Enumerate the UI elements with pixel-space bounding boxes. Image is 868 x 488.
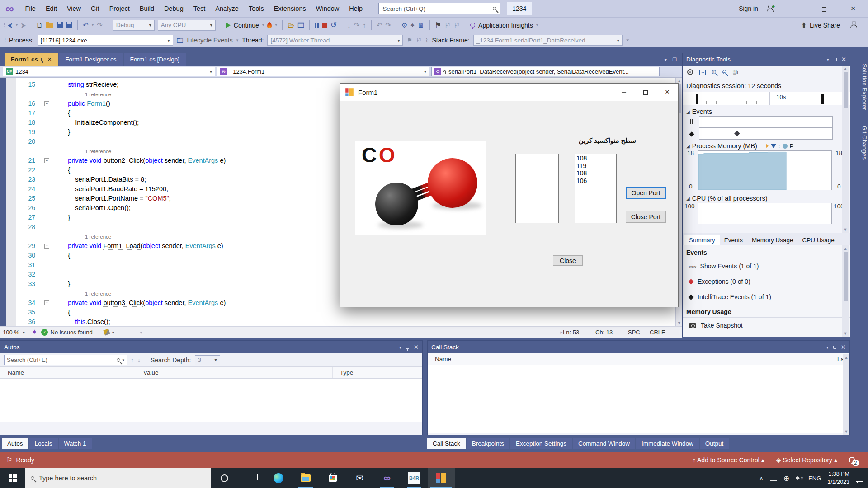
selection-start-marker[interactable] <box>696 94 698 104</box>
toolbar-overflow-icon[interactable]: ⏷ <box>626 38 629 42</box>
summary-item[interactable]: Exceptions (0 of 0) <box>683 274 850 289</box>
close-icon[interactable]: ✕ <box>47 56 52 62</box>
save-icon[interactable] <box>57 22 63 28</box>
column-indicator[interactable]: Ch: 13 <box>595 329 628 336</box>
autos-body[interactable] <box>0 379 422 422</box>
memory-section-header[interactable]: ◢ Process Memory (MB) : P <box>683 140 850 150</box>
debugbar-grip[interactable]: ⁞ <box>5 38 5 43</box>
column-name[interactable]: Name <box>428 353 830 365</box>
issues-status[interactable]: No issues found <box>51 329 93 336</box>
co-readings-listbox[interactable]: 108119108106 <box>575 154 617 223</box>
tab-call-stack[interactable]: Call Stack <box>427 438 466 449</box>
file-explorer-button[interactable] <box>292 468 319 488</box>
tab-form1-cs-design-[interactable]: Form1.cs [Design] <box>124 53 186 66</box>
application-insights-dropdown-icon[interactable]: ▾ <box>536 23 538 27</box>
form-close-button[interactable]: ✕ <box>656 84 678 101</box>
listbox-item[interactable]: 108 <box>576 169 616 177</box>
project-dropdown[interactable]: C# 1234 ▾ <box>3 67 215 76</box>
eol-indicator[interactable]: CRLF <box>650 329 670 336</box>
code-line[interactable]: 35 { <box>0 308 675 317</box>
pin-icon[interactable] <box>833 346 836 349</box>
diagnostic-tools-titlebar[interactable]: Diagnostic Tools ▾ ✕ <box>683 53 850 66</box>
diag-tab-cpu-usage[interactable]: CPU Usage <box>798 235 839 245</box>
b4r-button[interactable]: B4R <box>401 468 428 488</box>
tab-form1-cs[interactable]: Form1.cs✕ <box>5 53 58 66</box>
call-stack-scrollbar[interactable]: ▲ ▼ <box>843 354 849 435</box>
restart-icon[interactable]: ↺ <box>330 21 337 29</box>
code-map-icon[interactable]: 🗎 <box>418 22 425 28</box>
redo-icon[interactable]: ↷ <box>97 22 103 28</box>
type-dropdown[interactable]: % _1234.Form1 ▾ <box>217 67 429 76</box>
menu-window[interactable]: Window <box>311 0 344 17</box>
taskbar-search-input[interactable]: Type here to search <box>25 468 211 488</box>
side-tab-solution-explorer[interactable]: Solution Explorer <box>850 59 868 115</box>
panel-menu-icon[interactable]: ▾ <box>827 57 829 62</box>
member-dropdown[interactable]: ◇ serialPort1_DataReceived(object sender… <box>431 67 660 76</box>
hot-reload-dropdown-icon[interactable]: ▾ <box>275 23 277 27</box>
unflag-threads-icon[interactable]: ⚐ <box>416 37 422 44</box>
step-over-icon[interactable]: ↷ <box>354 22 360 28</box>
listbox-item[interactable]: 119 <box>576 162 616 170</box>
user-avatar-icon[interactable]: + <box>766 5 777 13</box>
summary-item[interactable]: IntelliTrace Events (1 of 1) <box>683 289 850 305</box>
zoom-out-icon[interactable]: − <box>722 70 726 74</box>
take-snapshot-item[interactable]: Take Snapshot <box>683 318 850 333</box>
tab-watch-1[interactable]: Watch 1 <box>59 438 92 449</box>
close-panel-icon[interactable]: ✕ <box>414 343 419 351</box>
menu-debug[interactable]: Debug <box>159 0 189 17</box>
continue-dropdown-icon[interactable]: ▾ <box>262 23 264 27</box>
export-icon[interactable] <box>699 70 706 75</box>
panel-menu-icon[interactable]: ▾ <box>826 345 829 350</box>
form-maximize-button[interactable] <box>635 84 656 101</box>
summary-scrollbar[interactable]: ▲ ▼ <box>842 245 849 337</box>
editor-select-icon[interactable]: ⌖ <box>410 22 414 28</box>
collapse-triangle-icon[interactable]: ◢ <box>686 196 690 201</box>
tab-immediate-window[interactable]: Immediate Window <box>636 438 699 449</box>
select-repository-button[interactable]: ◈ Select Repository ▴ <box>776 456 837 464</box>
tab-locals[interactable]: Locals <box>29 438 58 449</box>
undo-dropdown-icon[interactable]: ▾ <box>92 23 94 27</box>
timeline-ruler[interactable]: 10s <box>683 92 850 105</box>
pin-icon[interactable] <box>834 58 837 61</box>
menu-view[interactable]: View <box>62 0 86 17</box>
touch-keyboard-icon[interactable] <box>770 476 777 481</box>
diag-tab-summary[interactable]: Summary <box>684 235 720 245</box>
search-depth-combo[interactable]: 3▾ <box>195 355 220 365</box>
break-all-icon[interactable] <box>315 23 319 28</box>
bookmark-icon[interactable]: ⚑ <box>435 22 441 29</box>
menu-project[interactable]: Project <box>104 0 135 17</box>
mail-button[interactable]: ✉ <box>346 468 373 488</box>
column-value[interactable]: Value <box>136 367 333 378</box>
line-indicator[interactable]: Ln: 53 <box>563 329 595 336</box>
flag-threads-icon[interactable]: ⚑ <box>406 37 412 44</box>
add-to-source-control-button[interactable]: ↑ Add to Source Control ▴ <box>693 456 764 464</box>
diagnostics-scrollbar[interactable]: ▲ ▼ <box>842 66 849 233</box>
continue-icon[interactable] <box>226 23 231 28</box>
pin-icon[interactable] <box>41 58 44 61</box>
tab-autos[interactable]: Autos <box>2 438 28 449</box>
menu-edit[interactable]: Edit <box>41 0 62 17</box>
feedback-icon[interactable] <box>850 21 857 29</box>
application-insights-icon[interactable] <box>470 23 475 28</box>
tab-list-dropdown-icon[interactable]: ▾ <box>665 57 667 63</box>
tab-form1-designer-cs[interactable]: Form1.Designer.cs <box>59 53 123 66</box>
close-form-button[interactable]: Close <box>553 255 583 266</box>
stop-debugging-icon[interactable] <box>322 23 327 28</box>
summary-item[interactable]: ∞∞Show Events (1 of 1) <box>683 258 850 274</box>
menu-tools[interactable]: Tools <box>244 0 269 17</box>
float-window-icon[interactable]: ❐ <box>672 57 677 63</box>
live-share-label[interactable]: Live Share <box>810 22 840 29</box>
hot-reload-icon[interactable] <box>267 22 272 28</box>
menu-help[interactable]: Help <box>344 0 368 17</box>
application-insights-label[interactable]: Application Insights <box>478 22 533 29</box>
fold-collapse-icon[interactable]: − <box>44 158 49 163</box>
solution-configuration-combo[interactable]: Debug▾ <box>113 20 155 31</box>
start-button[interactable] <box>0 468 25 488</box>
call-stack-titlebar[interactable]: Call Stack ▾ ✕ <box>428 341 849 353</box>
menu-extensions[interactable]: Extensions <box>269 0 311 17</box>
autos-search-input[interactable]: Search (Ctrl+E) ▾ <box>4 355 127 365</box>
live-share-icon[interactable]: ⮬ <box>802 22 806 28</box>
collapse-triangle-icon[interactable]: ◢ <box>686 109 690 114</box>
quick-search-input[interactable]: Search (Ctrl+Q) <box>378 3 500 14</box>
selection-end-marker[interactable] <box>821 94 824 104</box>
